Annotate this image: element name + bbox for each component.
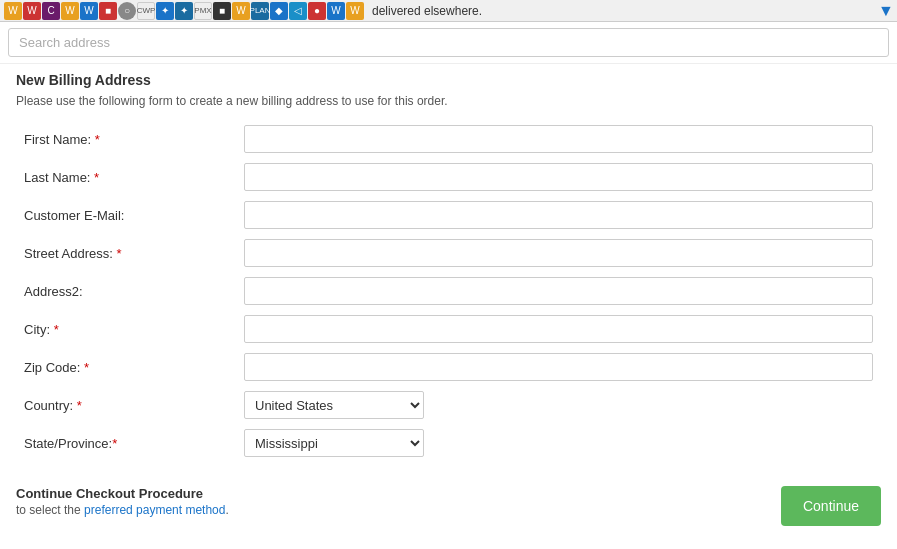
zip-code-input[interactable] bbox=[244, 353, 873, 381]
address2-input[interactable] bbox=[244, 277, 873, 305]
toolbar-icon-1[interactable]: W bbox=[4, 2, 22, 20]
toolbar-icon-12[interactable]: ◁ bbox=[289, 2, 307, 20]
toolbar-icon-plan[interactable]: PLAN bbox=[251, 2, 269, 20]
search-input[interactable] bbox=[8, 28, 889, 57]
toolbar-icon-8[interactable]: ✦ bbox=[175, 2, 193, 20]
billing-form-section: New Billing Address Please use the follo… bbox=[0, 64, 897, 478]
city-required: * bbox=[54, 322, 59, 337]
street-address-input[interactable] bbox=[244, 239, 873, 267]
street-address-label: Street Address: * bbox=[24, 246, 122, 261]
section-title: New Billing Address bbox=[16, 72, 881, 88]
zip-code-required: * bbox=[84, 360, 89, 375]
toolbar-icon-10[interactable]: W bbox=[232, 2, 250, 20]
zip-code-row: Zip Code: * bbox=[16, 348, 881, 386]
first-name-label: First Name: * bbox=[24, 132, 100, 147]
down-arrow-button[interactable]: ▼ bbox=[875, 0, 897, 21]
checkout-procedure-desc: to select the preferred payment method. bbox=[16, 503, 229, 517]
state-row: State/Province:* MississippiAlabamaAlask… bbox=[16, 424, 881, 462]
city-label: City: * bbox=[24, 322, 59, 337]
toolbar-icon-pmx[interactable]: PMX bbox=[194, 2, 212, 20]
address2-row: Address2: bbox=[16, 272, 881, 310]
state-select[interactable]: MississippiAlabamaAlaskaArizonaArkansasC… bbox=[244, 429, 424, 457]
toolbar-icon-9[interactable]: ■ bbox=[213, 2, 231, 20]
last-name-row: Last Name: * bbox=[16, 158, 881, 196]
top-toolbar: W W C W W ■ ○ CWP ✦ ✦ PMX ■ W PLAN ◆ ◁ ●… bbox=[0, 0, 897, 22]
toolbar-icon-centos[interactable]: C bbox=[42, 2, 60, 20]
last-name-label: Last Name: * bbox=[24, 170, 99, 185]
first-name-required: * bbox=[95, 132, 100, 147]
toolbar-icon-2[interactable]: W bbox=[23, 2, 41, 20]
search-bar-container bbox=[0, 22, 897, 64]
first-name-input[interactable] bbox=[244, 125, 873, 153]
toolbar-icon-cwp[interactable]: CWP bbox=[137, 2, 155, 20]
last-name-required: * bbox=[94, 170, 99, 185]
checkout-desc-suffix: . bbox=[225, 503, 228, 517]
first-name-row: First Name: * bbox=[16, 120, 881, 158]
email-row: Customer E-Mail: bbox=[16, 196, 881, 234]
toolbar-icon-5[interactable]: ■ bbox=[99, 2, 117, 20]
toolbar-icon-6[interactable]: ○ bbox=[118, 2, 136, 20]
email-input[interactable] bbox=[244, 201, 873, 229]
billing-form-table: First Name: * Last Name: * bbox=[16, 120, 881, 462]
toolbar-icon-14[interactable]: W bbox=[327, 2, 345, 20]
street-address-row: Street Address: * bbox=[16, 234, 881, 272]
zip-code-label: Zip Code: * bbox=[24, 360, 89, 375]
last-name-input[interactable] bbox=[244, 163, 873, 191]
checkout-desc-prefix: to select the bbox=[16, 503, 84, 517]
country-row: Country: * United StatesCanadaUnited Kin… bbox=[16, 386, 881, 424]
country-required: * bbox=[77, 398, 82, 413]
continue-button[interactable]: Continue bbox=[781, 486, 881, 526]
toolbar-icon-15[interactable]: W bbox=[346, 2, 364, 20]
toolbar-icon-13[interactable]: ● bbox=[308, 2, 326, 20]
section-description: Please use the following form to create … bbox=[16, 94, 881, 108]
footer-section: Continue Checkout Procedure to select th… bbox=[0, 478, 897, 534]
preferred-payment-link[interactable]: preferred payment method bbox=[84, 503, 225, 517]
email-label: Customer E-Mail: bbox=[24, 208, 124, 223]
country-select[interactable]: United StatesCanadaUnited KingdomAustral… bbox=[244, 391, 424, 419]
toolbar-icon-4[interactable]: W bbox=[80, 2, 98, 20]
city-input[interactable] bbox=[244, 315, 873, 343]
checkout-procedure-title: Continue Checkout Procedure bbox=[16, 486, 229, 501]
delivered-text: delivered elsewhere. bbox=[364, 0, 490, 22]
toolbar-icon-11[interactable]: ◆ bbox=[270, 2, 288, 20]
state-required: * bbox=[112, 436, 117, 451]
street-address-required: * bbox=[117, 246, 122, 261]
toolbar-icon-7[interactable]: ✦ bbox=[156, 2, 174, 20]
toolbar-icons: W W C W W ■ ○ CWP ✦ ✦ PMX ■ W PLAN ◆ ◁ ●… bbox=[4, 2, 364, 20]
footer-left: Continue Checkout Procedure to select th… bbox=[16, 486, 229, 517]
state-label: State/Province:* bbox=[24, 436, 117, 451]
address2-label: Address2: bbox=[24, 284, 83, 299]
city-row: City: * bbox=[16, 310, 881, 348]
toolbar-icon-3[interactable]: W bbox=[61, 2, 79, 20]
country-label: Country: * bbox=[24, 398, 82, 413]
